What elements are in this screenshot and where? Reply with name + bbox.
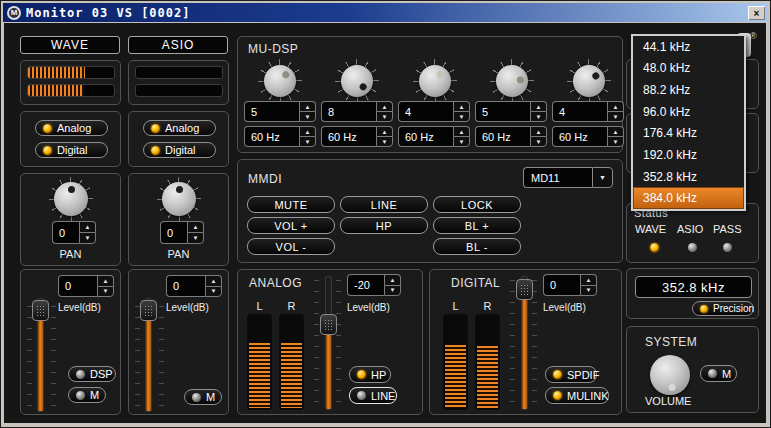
spin-up-button[interactable]: ▲ (376, 101, 393, 111)
spin-up-button[interactable]: ▲ (79, 221, 96, 232)
spin-down-button[interactable]: ▼ (530, 136, 547, 147)
samplerate-option[interactable]: 176.4 kHz (633, 123, 744, 145)
spin-down-button[interactable]: ▼ (205, 286, 222, 298)
samplerate-option[interactable]: 88.2 kHz (633, 79, 744, 101)
asio-mute-button[interactable]: M (184, 389, 222, 405)
mudsp-knob-2[interactable] (335, 59, 379, 103)
spin-up-button[interactable]: ▲ (607, 101, 624, 111)
mmdi-lock-button[interactable]: LOCK (433, 196, 521, 213)
mmdi-mute-button[interactable]: MUTE (247, 196, 335, 213)
mudsp-gain-value-2[interactable]: 8 (321, 101, 376, 122)
digital-mulink-button[interactable]: MULINK (545, 387, 609, 404)
spin-down-button[interactable]: ▼ (453, 111, 470, 122)
system-mute-button[interactable]: M (700, 365, 737, 382)
mmdi-device-combobox[interactable]: MD11 ▼ (523, 167, 613, 188)
mudsp-freq-value-2[interactable]: 60 Hz (321, 126, 376, 147)
asio-pan-value[interactable]: 0 (160, 221, 187, 244)
spin-up-button[interactable]: ▲ (580, 274, 597, 285)
wave-source-button[interactable]: WAVE (20, 36, 120, 54)
mudsp-gain-value-5[interactable]: 4 (552, 101, 607, 122)
spin-up-button[interactable]: ▲ (453, 126, 470, 136)
spin-down-button[interactable]: ▼ (530, 111, 547, 122)
spin-down-button[interactable]: ▼ (453, 136, 470, 147)
asio-source-button[interactable]: ASIO (128, 36, 228, 54)
spin-up-button[interactable]: ▲ (530, 101, 547, 111)
asio-digital-button[interactable]: Digital (143, 142, 216, 158)
mudsp-gain-value-4[interactable]: 5 (475, 101, 530, 122)
spin-up-button[interactable]: ▲ (205, 275, 222, 286)
system-mute-led (708, 369, 717, 378)
close-button[interactable]: × (748, 6, 765, 20)
mmdi-hp-button[interactable]: HP (340, 217, 428, 234)
spin-down-button[interactable]: ▼ (580, 285, 597, 297)
analog-hp-button[interactable]: HP (349, 366, 391, 383)
mudsp-knob-1[interactable] (258, 59, 302, 103)
wave-level-slider-handle[interactable] (32, 300, 49, 321)
asio-level-slider-handle[interactable] (140, 300, 157, 321)
spin-down-button[interactable]: ▼ (384, 285, 401, 297)
precision-button[interactable]: Precision (692, 301, 754, 316)
spin-up-button[interactable]: ▲ (384, 274, 401, 285)
spin-down-button[interactable]: ▼ (79, 232, 96, 244)
spin-up-button[interactable]: ▲ (453, 101, 470, 111)
wave-level-value[interactable]: 0 (58, 275, 97, 297)
wave-pan-value[interactable]: 0 (52, 221, 79, 244)
spin-up-button[interactable]: ▲ (376, 126, 393, 136)
wave-mute-button[interactable]: M (68, 387, 106, 403)
asio-analog-button[interactable]: Analog (143, 120, 216, 136)
mudsp-knob-4[interactable] (490, 59, 534, 103)
mudsp-knob-3[interactable] (413, 59, 457, 103)
mudsp-freq-value-5[interactable]: 60 Hz (552, 126, 607, 147)
wave-dsp-label: DSP (90, 368, 113, 380)
samplerate-option[interactable]: 384.0 kHz (633, 187, 744, 209)
spin-down-button[interactable]: ▼ (376, 111, 393, 122)
digital-level-slider-handle[interactable] (516, 279, 533, 300)
samplerate-option[interactable]: 352.8 kHz (633, 166, 744, 188)
spin-up-button[interactable]: ▲ (607, 126, 624, 136)
digital-spdif-button[interactable]: SPDIF (545, 366, 597, 383)
spin-down-button[interactable]: ▼ (376, 136, 393, 147)
mudsp-gain-value-1[interactable]: 5 (244, 101, 299, 122)
mmdi-line-button[interactable]: LINE (340, 196, 428, 213)
asio-level-value[interactable]: 0 (166, 275, 205, 297)
down-arrow-icon: ▼ (382, 114, 388, 120)
mudsp-knob-5[interactable] (567, 59, 611, 103)
mudsp-freq-value-1[interactable]: 60 Hz (244, 126, 299, 147)
mudsp-gain-value-3[interactable]: 4 (398, 101, 453, 122)
samplerate-option[interactable]: 192.0 kHz (633, 144, 744, 166)
wave-analog-button[interactable]: Analog (35, 120, 108, 136)
mmdi-bl-minus-button[interactable]: BL - (433, 238, 521, 255)
analog-level-slider-handle[interactable] (320, 314, 337, 335)
mudsp-gain-spinner-1: 5 ▲▼ (244, 101, 316, 122)
samplerate-option[interactable]: 44.1 kHz (633, 36, 744, 58)
mudsp-freq-value-3[interactable]: 60 Hz (398, 126, 453, 147)
dropdown-arrow-icon[interactable]: ▼ (592, 167, 613, 188)
samplerate-option[interactable]: 48.0 kHz (633, 58, 744, 80)
wave-pan-knob[interactable] (49, 177, 93, 221)
samplerate-option[interactable]: 96.0 kHz (633, 101, 744, 123)
spin-up-button[interactable]: ▲ (299, 126, 316, 136)
wave-digital-button[interactable]: Digital (35, 142, 108, 158)
mmdi-vol-minus-button[interactable]: VOL - (247, 238, 335, 255)
slider-ticks (314, 280, 319, 408)
spin-down-button[interactable]: ▼ (299, 111, 316, 122)
asio-pan-knob[interactable] (157, 177, 201, 221)
spin-down-button[interactable]: ▼ (299, 136, 316, 147)
wave-dsp-button[interactable]: DSP (68, 366, 116, 382)
mmdi-bl-plus-button[interactable]: BL + (433, 217, 521, 234)
spin-up-button[interactable]: ▲ (97, 275, 114, 286)
digital-level-value[interactable]: 0 (543, 274, 580, 296)
spin-down-button[interactable]: ▼ (607, 111, 624, 122)
analog-level-value[interactable]: -20 (347, 274, 384, 296)
spin-up-button[interactable]: ▲ (530, 126, 547, 136)
spin-up-button[interactable]: ▲ (187, 221, 204, 232)
mudsp-freq-value-4[interactable]: 60 Hz (475, 126, 530, 147)
spin-up-button[interactable]: ▲ (299, 101, 316, 111)
spin-down-button[interactable]: ▼ (607, 136, 624, 147)
status-wave-led (650, 243, 659, 252)
spin-down-button[interactable]: ▼ (97, 286, 114, 298)
spin-down-button[interactable]: ▼ (187, 232, 204, 244)
system-volume-knob[interactable] (650, 355, 690, 395)
mmdi-vol-plus-button[interactable]: VOL + (247, 217, 335, 234)
analog-line-button[interactable]: LINE (349, 387, 397, 404)
